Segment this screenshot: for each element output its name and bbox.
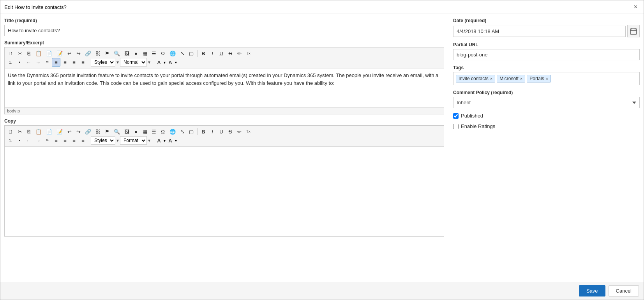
- copy-tb-align-justify[interactable]: ☰: [150, 127, 158, 136]
- enable-ratings-checkbox[interactable]: [453, 124, 459, 129]
- tb-show-blocks[interactable]: ▢: [187, 49, 196, 58]
- copy-tb-format-select[interactable]: Format: [120, 136, 147, 145]
- copy-tb-find[interactable]: 🔍: [112, 127, 122, 136]
- tb-resize[interactable]: ⤡: [178, 49, 187, 58]
- tb-bold[interactable]: B: [199, 49, 208, 58]
- comment-policy-select[interactable]: Inherit Open Moderated Closed: [453, 97, 640, 108]
- tb-align-full[interactable]: ≡: [79, 58, 87, 67]
- copy-tb-align-right[interactable]: ≡: [70, 136, 78, 145]
- copy-tb-flag[interactable]: ⚑: [103, 127, 111, 136]
- save-button[interactable]: Save: [579, 285, 605, 296]
- copy-tb-link[interactable]: 🔗: [83, 127, 93, 136]
- copy-tb-bg-color[interactable]: A: [166, 136, 175, 145]
- copy-tb-blockquote[interactable]: ❝: [43, 136, 51, 145]
- copy-tb-paste-word[interactable]: 📝: [55, 127, 65, 136]
- copy-tb-table[interactable]: ▦: [141, 127, 149, 136]
- tb-flash[interactable]: ●: [132, 49, 140, 58]
- tb-unlink[interactable]: ⛓: [94, 49, 102, 58]
- tb-flag[interactable]: ⚑: [103, 49, 111, 58]
- copy-tb-pencil[interactable]: ✏: [235, 127, 243, 136]
- tb-paste-word[interactable]: 📝: [55, 49, 65, 58]
- tb-find[interactable]: 🔍: [112, 49, 122, 58]
- copy-tb-special-char[interactable]: Ω: [159, 127, 167, 136]
- copy-tb-underline[interactable]: U: [217, 127, 226, 136]
- copy-editor-content[interactable]: [5, 147, 444, 236]
- tb-undo[interactable]: ↩: [65, 49, 74, 58]
- tags-container[interactable]: Invite contacts × Microsoft × Portals ×: [453, 72, 640, 85]
- calendar-button[interactable]: [627, 25, 640, 37]
- copy-tb-align-full[interactable]: ≡: [79, 136, 87, 145]
- tb-pencil[interactable]: ✏: [235, 49, 243, 58]
- copy-styles-arrow: ▾: [116, 138, 119, 143]
- copy-tb-undo[interactable]: ↩: [65, 127, 74, 136]
- dialog-title: Edit How to invite contacts?: [4, 4, 67, 10]
- tb-special-char[interactable]: Ω: [159, 49, 167, 58]
- tb-strikethrough[interactable]: S: [226, 49, 235, 58]
- partial-url-input[interactable]: [453, 49, 640, 60]
- tb-blockquote[interactable]: ❝: [43, 58, 51, 67]
- tb-image[interactable]: 🖼: [122, 49, 131, 58]
- copy-format-arrow: ▾: [148, 138, 150, 143]
- copy-tb-align-left[interactable]: ≡: [52, 136, 60, 145]
- tb-align-center[interactable]: ≡: [61, 58, 69, 67]
- dialog-close-button[interactable]: ×: [632, 3, 640, 11]
- title-field-wrapper: Title (required): [4, 18, 444, 36]
- copy-tb-new-doc[interactable]: 🗋: [6, 127, 15, 136]
- tb-globe[interactable]: 🌐: [168, 49, 178, 58]
- tb-font-color[interactable]: A: [155, 58, 163, 67]
- summary-statusbar-text: body p: [7, 109, 20, 113]
- tb-indent-dec[interactable]: ←: [24, 58, 33, 67]
- copy-tb-show-blocks[interactable]: ▢: [187, 127, 196, 136]
- tb-new-doc[interactable]: 🗋: [6, 49, 15, 58]
- summary-editor-content[interactable]: Use the Dynamics 365 portals invitation …: [5, 68, 444, 107]
- copy-tb-paste-text[interactable]: 📄: [44, 127, 54, 136]
- tb-ul[interactable]: •: [15, 58, 24, 67]
- tag-invite-contacts-remove[interactable]: ×: [490, 76, 492, 81]
- copy-tb-ol[interactable]: 1.: [6, 136, 15, 145]
- tb-align-justify[interactable]: ☰: [150, 49, 158, 58]
- tb-table[interactable]: ▦: [141, 49, 149, 58]
- copy-tb-styles-select[interactable]: Styles: [91, 136, 115, 145]
- copy-tb-paste[interactable]: 📋: [34, 127, 44, 136]
- copy-tb-image[interactable]: 🖼: [122, 127, 131, 136]
- copy-tb-unlink[interactable]: ⛓: [94, 127, 102, 136]
- copy-tb-cut[interactable]: ✂: [16, 127, 24, 136]
- tag-portals-remove[interactable]: ×: [546, 76, 548, 81]
- title-input[interactable]: [4, 25, 444, 36]
- tb-redo[interactable]: ↪: [74, 49, 83, 58]
- copy-tb-flash[interactable]: ●: [132, 127, 140, 136]
- tb-link[interactable]: 🔗: [83, 49, 93, 58]
- tb-styles-select[interactable]: Styles: [91, 58, 115, 67]
- tb-indent-inc[interactable]: →: [34, 58, 42, 67]
- date-input[interactable]: [453, 26, 626, 37]
- copy-tb-ul[interactable]: •: [15, 136, 24, 145]
- copy-tb-italic[interactable]: I: [208, 127, 217, 136]
- tb-remove-format[interactable]: Tx: [244, 49, 252, 58]
- tb-italic[interactable]: I: [208, 49, 217, 58]
- copy-tb-redo[interactable]: ↪: [74, 127, 83, 136]
- tb-ol[interactable]: 1.: [6, 58, 15, 67]
- copy-tb-remove-format[interactable]: Tx: [244, 127, 252, 136]
- copy-tb-bold[interactable]: B: [199, 127, 208, 136]
- published-checkbox[interactable]: [453, 113, 459, 119]
- font-color-arrow: ▾: [164, 60, 166, 65]
- copy-tb-strikethrough[interactable]: S: [226, 127, 235, 136]
- cancel-button[interactable]: Cancel: [609, 285, 639, 296]
- copy-tb-indent-inc[interactable]: →: [34, 136, 42, 145]
- copy-tb-resize[interactable]: ⤡: [178, 127, 187, 136]
- copy-tb-align-center[interactable]: ≡: [61, 136, 69, 145]
- tb-align-right[interactable]: ≡: [70, 58, 78, 67]
- tb-align-left[interactable]: ≡: [52, 58, 60, 67]
- tb-paste-text[interactable]: 📄: [44, 49, 54, 58]
- copy-tb-indent-dec[interactable]: ←: [24, 136, 33, 145]
- tb-cut[interactable]: ✂: [16, 49, 24, 58]
- tb-paste[interactable]: 📋: [34, 49, 44, 58]
- tb-bg-color[interactable]: A: [166, 58, 175, 67]
- tag-microsoft-remove[interactable]: ×: [520, 76, 522, 81]
- copy-tb-copy[interactable]: ⎘: [25, 127, 33, 136]
- copy-tb-globe[interactable]: 🌐: [168, 127, 178, 136]
- copy-tb-font-color[interactable]: A: [155, 136, 163, 145]
- tb-format-select-summary[interactable]: Normal: [120, 58, 147, 67]
- tb-copy-btn[interactable]: ⎘: [25, 49, 33, 58]
- tb-underline[interactable]: U: [217, 49, 226, 58]
